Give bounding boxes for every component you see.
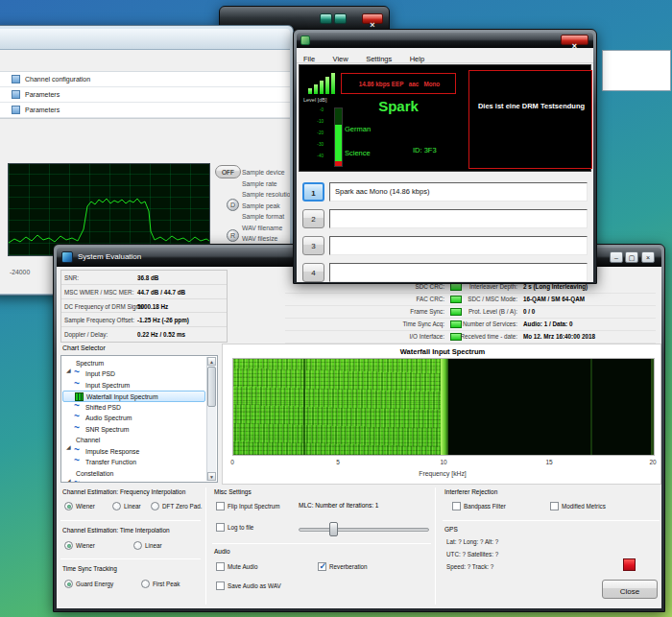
radio-linear-time[interactable]: Linear (133, 541, 162, 550)
stat-value: 5000.18 Hz (137, 303, 168, 310)
waterfall-chart-panel: Waterfall Input Spectrum 0 5 10 15 20 Fr… (222, 344, 661, 485)
codec-value: aac (409, 81, 420, 87)
off-button-label: OFF (222, 169, 234, 176)
checkbox-label: Flip Input Spectrum (228, 503, 280, 510)
window-title: System Evaluation (78, 252, 141, 261)
menu-file[interactable]: File (297, 53, 322, 63)
slider-handle[interactable] (329, 522, 338, 536)
system-evaluation-window: System Evaluation – ▢ × SNR: 36.8 dB MSC… (53, 244, 665, 612)
list-item-label: Channel configuration (25, 76, 90, 83)
axis-tick-label: -24000 (10, 269, 30, 275)
mlc-iterations-slider[interactable] (299, 528, 429, 532)
receiver-main-titlebar[interactable] (0, 29, 290, 50)
checkbox-flip-input-spectrum[interactable]: Flip Input Spectrum (216, 502, 280, 510)
spectrum-trace (9, 164, 209, 255)
config-list: Channel configuration Parameters Paramet… (0, 71, 290, 119)
group-title: Time Sync Tracking (62, 565, 117, 572)
info-label: Number of Services: (414, 320, 517, 327)
close-button-label: Close (620, 587, 639, 596)
menu-help[interactable]: Help (403, 53, 431, 63)
radio-label: First Peak (153, 581, 180, 587)
x-tick-label: 5 (328, 459, 348, 465)
service-field-3 (329, 236, 588, 255)
status-label: Sample rate (242, 180, 277, 187)
tree-scrollbar[interactable]: ▲ ▼ (206, 357, 216, 481)
checkbox-bandpass-filter[interactable]: Bandpass Filter (452, 502, 506, 510)
drm-titlebar[interactable] (297, 33, 593, 48)
checkbox-mute-audio[interactable]: Mute Audio (216, 562, 258, 571)
radio-label: Linear (124, 503, 141, 510)
close-button[interactable]: Close (602, 580, 658, 599)
minimize-button[interactable]: – (610, 251, 623, 263)
checkbox-reverberation[interactable]: Reverberation (318, 562, 368, 571)
close-icon[interactable]: × (641, 251, 655, 263)
table-row: MSC WMER / MSC MER: 44.7 dB / 44.7 dB (61, 285, 227, 299)
close-icon[interactable] (561, 35, 588, 45)
input-psd-icon (74, 369, 83, 378)
mlc-iterations-label: MLC: Number of Iterations: 1 (299, 502, 378, 509)
radio-dft-zero-pad[interactable]: DFT Zero Pad. (151, 502, 203, 510)
menu-view[interactable]: View (326, 53, 355, 63)
list-item[interactable]: Parameters (0, 87, 290, 103)
close-icon[interactable] (362, 13, 383, 24)
info-value: 2 s (Long Interleaving) (523, 283, 588, 290)
chart-selector-tree[interactable]: Spectrum Input PSD Input Spectrum Waterf… (60, 355, 218, 483)
service-button-1[interactable]: 1 (302, 182, 324, 202)
tree-item-label: FAC / SDC / MSC (85, 481, 137, 484)
radio-label: Guard Energy (76, 581, 113, 587)
service-button-label: 2 (311, 215, 315, 224)
checkbox-save-audio-wav[interactable]: Save Audio as WAV (216, 581, 281, 590)
radio-first-peak[interactable]: First Peak (141, 580, 180, 588)
maximize-button[interactable]: ▢ (625, 251, 638, 263)
scroll-up-icon[interactable]: ▲ (207, 357, 216, 366)
tree-item-transfer-function[interactable]: Transfer Function (62, 457, 205, 468)
radio-dot (141, 580, 150, 588)
maximize-button[interactable] (334, 13, 347, 24)
radio-guard-energy[interactable]: Guard Energy (64, 580, 113, 588)
list-item[interactable]: Parameters (0, 103, 290, 118)
tree-item-label: Transfer Function (85, 459, 136, 465)
drm-mode-indicator: D (227, 199, 239, 211)
checkbox-box (216, 523, 225, 532)
table-row: SNR: 36.8 dB (61, 271, 227, 285)
tree-item-channel[interactable]: Channel (62, 435, 205, 446)
list-item[interactable]: Channel configuration (0, 72, 290, 87)
waterfall-faint-line (590, 359, 592, 455)
scrollbar-thumb[interactable] (207, 367, 216, 407)
language-label: German (345, 125, 371, 133)
meter-tick-label: -20 (307, 131, 324, 135)
radio-wiener-freq[interactable]: Wiener (64, 502, 95, 510)
tree-item-audio-spectrum[interactable]: Audio Spectrum (62, 413, 205, 424)
tree-item-label: Channel (76, 437, 100, 443)
tree-item-fac-sdc-msc[interactable]: FAC / SDC / MSC (62, 479, 205, 483)
service-button-4[interactable]: 4 (302, 263, 324, 282)
checkbox-box (216, 562, 225, 571)
tree-item-input-psd[interactable]: Input PSD (62, 368, 205, 380)
info-value: 16-QAM / SM 64-QAM (523, 296, 585, 302)
radio-wiener-time[interactable]: Wiener (64, 541, 95, 550)
checkbox-label: Reverberation (329, 563, 368, 570)
status-label: Sample format (242, 213, 284, 220)
stat-value: 0.22 Hz / 0.52 ms (137, 331, 185, 338)
stat-value: -1.25 Hz (-26 ppm) (137, 317, 189, 323)
menu-settings[interactable]: Settings (359, 53, 398, 63)
group-title: Channel Estimation: Frequency Interpolat… (62, 488, 185, 495)
checkbox-label: Save Audio as WAV (228, 582, 281, 589)
service-button-3[interactable]: 3 (302, 236, 324, 255)
service-button-label: 4 (311, 269, 315, 277)
radio-linear-freq[interactable]: Linear (112, 502, 141, 510)
checkbox-log-to-file[interactable]: Log to file (216, 523, 253, 532)
stat-value: 36.8 dB (137, 274, 158, 281)
tree-item-waterfall-input-spectrum[interactable]: Waterfall Input Spectrum (62, 391, 205, 402)
checkbox-label: Mute Audio (228, 563, 258, 570)
service-id-label: ID: 3F3 (413, 146, 437, 154)
config-icon (12, 75, 20, 83)
scroll-down-icon[interactable]: ▼ (207, 472, 216, 481)
off-button[interactable]: OFF (215, 165, 241, 178)
info-row: Number of Services: Audio: 1 / Data: 0 (414, 319, 656, 331)
minimize-button[interactable] (320, 13, 332, 24)
checkbox-modified-metrics[interactable]: Modified Metrics (550, 502, 606, 510)
drm-mode-indicator-label: D (230, 202, 235, 208)
x-tick-label: 20 (643, 459, 661, 465)
service-button-2[interactable]: 2 (302, 209, 324, 228)
